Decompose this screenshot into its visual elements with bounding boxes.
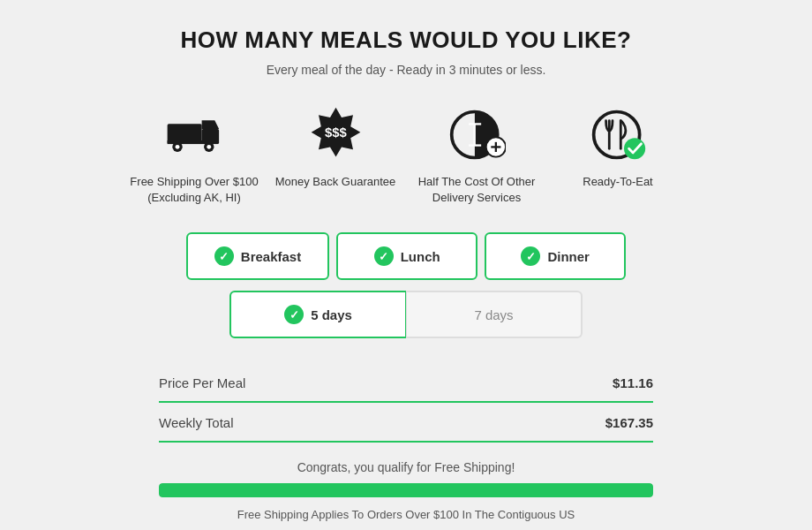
weekly-total-label: Weekly Total xyxy=(159,415,234,430)
7-days-label: 7 days xyxy=(474,307,513,322)
money-back-icon: $$$ xyxy=(304,103,366,165)
5-days-label: 5 days xyxy=(311,307,352,322)
page-container: HOW MANY MEALS WOULD YOU LIKE? Every mea… xyxy=(0,0,812,530)
feature-ready-to-eat: Ready-To-Eat xyxy=(552,103,684,206)
dinner-button[interactable]: ✓ Dinner xyxy=(485,232,626,280)
lunch-label: Lunch xyxy=(401,249,440,264)
breakfast-label: Breakfast xyxy=(241,249,301,264)
weekly-total-value: $167.35 xyxy=(605,415,653,430)
dinner-check-icon: ✓ xyxy=(521,246,540,266)
free-shipping-note: Free Shipping Applies To Orders Over $10… xyxy=(18,508,794,521)
dinner-label: Dinner xyxy=(547,249,590,264)
svg-text:$$$: $$$ xyxy=(325,125,348,140)
half-cost-icon xyxy=(446,103,508,165)
5-days-button[interactable]: ✓ 5 days xyxy=(229,291,406,338)
feature-money-back: $$$ Money Back Guarantee xyxy=(269,103,402,206)
shipping-progress-fill xyxy=(159,483,653,497)
svg-rect-7 xyxy=(167,140,217,144)
svg-marker-2 xyxy=(201,120,219,129)
lunch-check-icon: ✓ xyxy=(374,246,394,266)
pricing-section: Price Per Meal $11.16 Weekly Total $167.… xyxy=(159,365,653,443)
feature-half-cost-label: Half The Cost Of Other Delivery Services xyxy=(410,174,543,206)
page-title: HOW MANY MEALS WOULD YOU LIKE? xyxy=(18,26,794,54)
price-per-meal-value: $11.16 xyxy=(613,375,653,390)
breakfast-button[interactable]: ✓ Breakfast xyxy=(186,232,329,280)
ready-to-eat-icon xyxy=(587,103,649,165)
days-buttons-group: ✓ 5 days 7 days xyxy=(18,291,794,338)
price-per-meal-label: Price Per Meal xyxy=(159,375,245,390)
price-per-meal-row: Price Per Meal $11.16 xyxy=(159,365,653,403)
feature-free-shipping: Free Shipping Over $100(Excluding AK, HI… xyxy=(128,103,260,206)
features-row: Free Shipping Over $100(Excluding AK, HI… xyxy=(18,103,794,206)
svg-point-22 xyxy=(624,138,645,159)
feature-ready-to-eat-label: Ready-To-Eat xyxy=(583,174,652,190)
5-days-check-icon: ✓ xyxy=(284,305,304,324)
svg-point-6 xyxy=(207,144,211,148)
congrats-text: Congrats, you qualify for Free Shipping! xyxy=(18,460,794,474)
7-days-button[interactable]: 7 days xyxy=(406,291,583,338)
weekly-total-row: Weekly Total $167.35 xyxy=(159,405,653,443)
breakfast-check-icon: ✓ xyxy=(214,246,234,266)
shipping-progress-bar xyxy=(159,483,653,497)
feature-money-back-label: Money Back Guarantee xyxy=(275,174,396,190)
truck-icon xyxy=(163,103,225,165)
meal-buttons-group: ✓ Breakfast ✓ Lunch ✓ Dinner xyxy=(18,232,794,280)
svg-point-4 xyxy=(175,144,179,148)
feature-free-shipping-label: Free Shipping Over $100(Excluding AK, HI… xyxy=(130,174,258,206)
feature-half-cost: Half The Cost Of Other Delivery Services xyxy=(410,103,543,206)
lunch-button[interactable]: ✓ Lunch xyxy=(336,232,477,280)
page-subtitle: Every meal of the day - Ready in 3 minut… xyxy=(18,63,794,77)
